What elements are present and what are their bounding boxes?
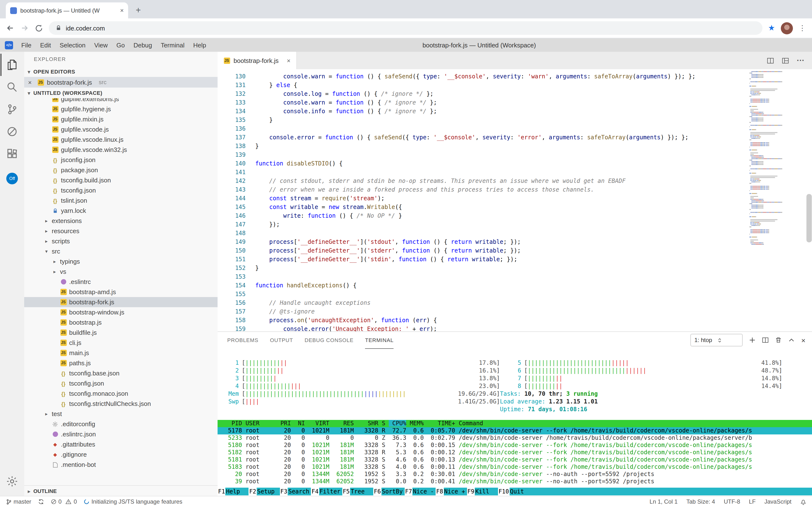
tree-item[interactable]: JSbootstrap-window.js [24,307,217,317]
tree-item[interactable]: {}tsconfig.json [24,185,217,195]
tree-item[interactable]: JSgulpfile.vscode.linux.js [24,134,217,145]
tree-item[interactable]: .eslintrc [24,277,217,287]
tree-item[interactable]: ▸resources [24,226,217,236]
more-actions-icon[interactable]: ··· [797,56,805,65]
menu-file[interactable]: File [17,42,36,49]
close-panel-icon[interactable]: × [801,336,806,344]
tree-item[interactable]: ◆.gitignore [24,449,217,460]
eol[interactable]: LF [749,498,756,505]
tab-close-icon[interactable]: × [287,57,290,64]
code-line[interactable]: 148 [217,229,748,237]
code-line[interactable]: 151 process['__defineGetter__']('stdin',… [217,255,748,264]
new-tab-button[interactable]: + [132,4,144,16]
panel-tab-debug-console[interactable]: DEBUG CONSOLE [305,332,354,348]
tree-item[interactable]: JSgulpfile.vscode.win32.js [24,145,217,155]
reload-icon[interactable] [35,24,43,32]
code-line[interactable]: 136 [217,124,748,133]
avatar[interactable] [781,22,793,34]
code-line[interactable]: 159 console.error('Uncaught Exception: '… [217,325,748,332]
tab-close-icon[interactable]: × [120,7,124,14]
code-line[interactable]: 142 // const stdout, stderr and stdin be… [217,177,748,185]
code-line[interactable]: 139 [217,151,748,159]
minimap[interactable] [749,71,806,245]
menu-help[interactable]: Help [189,42,210,49]
panel-tab-problems[interactable]: PROBLEMS [227,332,258,348]
tree-item[interactable]: ▸typings [24,257,217,267]
tree-item[interactable]: JScli.js [24,338,217,348]
tree-item[interactable]: ▸test [24,409,217,419]
code-line[interactable]: 133 console.warn = function () { /* igno… [217,98,748,107]
sync-item[interactable] [38,499,44,505]
terminal-select[interactable]: 1: htop [690,334,743,346]
code-line[interactable]: 146 write: function () { /* No OP */ } [217,211,748,220]
tree-item[interactable]: JSbootstrap-fork.js [24,297,217,307]
menu-go[interactable]: Go [112,42,129,49]
tree-item[interactable]: JSpaths.js [24,358,217,368]
code-line[interactable]: 132 console.log = function () { /* ignor… [217,90,748,98]
tree-item[interactable]: {}tsconfig.strictNullChecks.json [24,399,217,409]
new-terminal-icon[interactable] [749,337,756,343]
browser-tab[interactable]: bootstrap-fork.js — Untitled (W × [6,2,128,18]
tree-item[interactable]: .eslintrc.json [24,429,217,439]
explorer-icon[interactable] [0,54,24,76]
branch-item[interactable]: master [6,498,31,505]
off-badge[interactable]: Off [6,173,18,184]
circle-slash-icon[interactable] [0,120,24,143]
tree-item[interactable]: {}tsconfig.build.json [24,175,217,185]
tree-item[interactable]: ▾src [24,246,217,257]
tree-item[interactable]: {}tslint.json [24,195,217,206]
tree-item[interactable]: {}tsconfig.base.json [24,368,217,378]
bookmark-star-icon[interactable]: ★ [768,24,775,32]
code-line[interactable]: 149 process['__defineGetter__']('stdout'… [217,237,748,246]
tree-item[interactable]: yarn.lock [24,206,217,216]
layout-icon[interactable] [782,57,789,64]
code-line[interactable]: 131 } else { [217,81,748,90]
search-icon[interactable] [0,76,24,98]
tree-item[interactable]: JSgulpfile.mixin.js [24,114,217,124]
back-icon[interactable] [6,24,14,33]
code-line[interactable]: 130 console.warn = function () { safeSen… [217,72,748,81]
code-line[interactable]: 155 [217,290,748,298]
tree-item[interactable]: ▸scripts [24,236,217,246]
tree-item[interactable]: JSgulpfile.vscode.js [24,124,217,134]
code-line[interactable]: 152} [217,264,748,272]
menu-terminal[interactable]: Terminal [157,42,189,49]
tree-item[interactable]: JSbootstrap.js [24,317,217,328]
tab-size[interactable]: Tab Size: 4 [686,498,715,505]
tree-item[interactable]: ▸extensions [24,216,217,226]
browser-menu-icon[interactable]: ⋮ [799,24,806,33]
code-line[interactable]: 156 // Handle uncaught exceptions [217,298,748,307]
open-editors-header[interactable]: ▾ OPEN EDITORS [24,66,217,77]
notifications-bell-icon[interactable] [800,499,806,505]
code-line[interactable]: 137 console.error = function () { safeSe… [217,133,748,142]
tree-item[interactable]: {}tsconfig.monaco.json [24,389,217,399]
address-bar[interactable]: ide.coder.com [49,21,762,35]
tree-item[interactable]: ▸vs [24,267,217,277]
workspace-header[interactable]: ▾ UNTITLED (WORKSPACE) [24,88,217,98]
source-control-icon[interactable] [0,98,24,120]
code-line[interactable]: 134 console.info = function () { /* igno… [217,107,748,116]
kill-terminal-icon[interactable] [775,337,782,343]
tree-item[interactable]: JSbootstrap-amd.js [24,287,217,297]
tree-item[interactable]: ◆.gitattributes [24,439,217,449]
split-editor-icon[interactable] [767,57,774,64]
menu-selection[interactable]: Selection [55,42,90,49]
extensions-icon[interactable] [0,143,24,165]
code-area[interactable]: 130 console.warn = function () { safeSen… [217,72,748,332]
code-line[interactable]: 157 // @ts-ignore [217,307,748,316]
code-editor[interactable]: 130 console.warn = function () { safeSen… [217,69,812,332]
encoding[interactable]: UTF-8 [724,498,740,505]
code-line[interactable]: 158 process.on('uncaughtException', func… [217,316,748,325]
tree-item[interactable]: {}package.json [24,165,217,175]
panel-tab-output[interactable]: OUTPUT [270,332,293,348]
site-info-icon[interactable] [56,25,61,31]
settings-gear-icon[interactable] [0,470,24,493]
code-line[interactable]: 141 [217,168,748,177]
tree-item[interactable]: JSmain.js [24,348,217,358]
app-logo[interactable]: </> [5,41,13,49]
code-line[interactable]: 147 }); [217,220,748,229]
code-line[interactable]: 143 // error when we are inside a forked… [217,185,748,194]
cursor-position[interactable]: Ln 1, Col 1 [649,498,678,505]
menu-view[interactable]: View [90,42,112,49]
tree-item[interactable]: JSbuildfile.js [24,328,217,338]
